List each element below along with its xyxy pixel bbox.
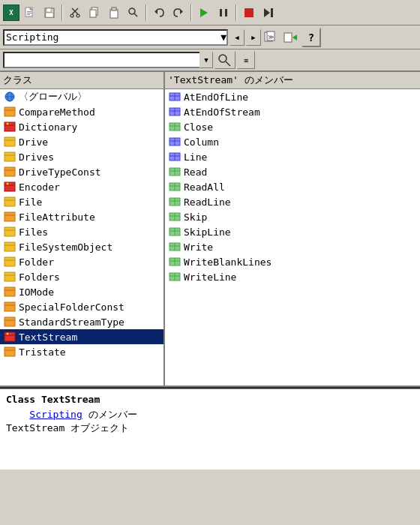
right-list-item[interactable]: Column bbox=[165, 134, 420, 149]
left-list-item[interactable]: StandardStreamType bbox=[0, 314, 164, 329]
paste-icon[interactable] bbox=[105, 4, 123, 22]
right-list-item[interactable]: AtEndOfLine bbox=[165, 89, 420, 104]
left-list-item-label: Drives bbox=[19, 152, 54, 163]
left-list-item-label: 〈グローバル〉 bbox=[19, 90, 87, 104]
class-yellow-icon bbox=[3, 241, 16, 253]
left-list-item[interactable]: TextStream bbox=[0, 329, 164, 344]
cut-icon[interactable] bbox=[66, 4, 84, 22]
left-list-item[interactable]: FileSystemObject bbox=[0, 239, 164, 254]
search-filter-btn[interactable]: ≡ bbox=[237, 51, 255, 69]
class-yellow-icon bbox=[3, 136, 16, 148]
search-go-btn[interactable] bbox=[214, 51, 236, 69]
svg-point-40 bbox=[7, 123, 9, 125]
right-list-item[interactable]: AtEndOfStream bbox=[165, 104, 420, 119]
scripting-dropdown[interactable]: Scripting bbox=[3, 29, 228, 46]
content-area: クラス 〈グローバル〉CompareMethodDictionaryDriveD… bbox=[0, 72, 420, 387]
left-list-item[interactable]: File bbox=[0, 194, 164, 209]
right-list-item[interactable]: WriteLine bbox=[165, 269, 420, 284]
desc-line2: Scripting のメンバー bbox=[6, 408, 414, 422]
add-to-btn[interactable] bbox=[282, 28, 300, 46]
left-list-item[interactable]: 〈グローバル〉 bbox=[0, 89, 164, 104]
left-list-item[interactable]: FileAttribute bbox=[0, 209, 164, 224]
right-list-item-label: Column bbox=[184, 136, 219, 148]
left-list-item[interactable]: Drives bbox=[0, 149, 164, 164]
class-red-icon bbox=[3, 331, 16, 343]
right-list-item[interactable]: ReadLine bbox=[165, 194, 420, 209]
class-title: Class TextStream bbox=[6, 394, 414, 405]
svg-line-32 bbox=[226, 62, 230, 66]
right-list-item[interactable]: Line bbox=[165, 149, 420, 164]
left-list-item[interactable]: Tristate bbox=[0, 344, 164, 359]
right-list-item[interactable]: SkipLine bbox=[165, 224, 420, 239]
svg-point-31 bbox=[219, 55, 226, 62]
right-list-item[interactable]: Skip bbox=[165, 209, 420, 224]
copy-to-btn[interactable]: ≫ bbox=[262, 28, 280, 46]
copy-icon[interactable] bbox=[86, 4, 104, 22]
left-list-item[interactable]: Dictionary bbox=[0, 119, 164, 134]
right-list-item-label: Close bbox=[184, 122, 213, 133]
left-list-item[interactable]: Encoder bbox=[0, 179, 164, 194]
file-icon[interactable] bbox=[21, 4, 39, 22]
class-icon bbox=[3, 346, 16, 358]
member-prop-icon bbox=[168, 91, 182, 103]
left-list-item[interactable]: CompareMethod bbox=[0, 104, 164, 119]
prev-btn[interactable]: ◀ bbox=[230, 29, 244, 46]
run-icon[interactable] bbox=[195, 4, 213, 22]
svg-rect-3 bbox=[27, 13, 32, 14]
class-yellow-icon bbox=[3, 196, 16, 208]
member-prop-icon bbox=[168, 151, 182, 163]
help-btn[interactable]: ? bbox=[302, 28, 321, 47]
svg-rect-23 bbox=[244, 8, 254, 17]
left-list-item-label: Folders bbox=[19, 272, 60, 283]
left-list-item-label: Files bbox=[19, 226, 48, 238]
right-list-item-label: Line bbox=[184, 152, 207, 163]
scripting-link[interactable]: Scripting bbox=[29, 409, 82, 420]
stop-icon[interactable] bbox=[240, 4, 258, 22]
redo-icon[interactable] bbox=[170, 4, 188, 22]
left-list-item-label: Encoder bbox=[19, 182, 60, 193]
class-label: Class bbox=[6, 394, 35, 405]
right-list-item-label: Write bbox=[184, 242, 213, 253]
svg-rect-58 bbox=[4, 257, 15, 266]
left-list-item[interactable]: IOMode bbox=[0, 284, 164, 299]
right-list-item[interactable]: Read bbox=[165, 164, 420, 179]
svg-rect-45 bbox=[4, 167, 15, 176]
left-list-item-label: CompareMethod bbox=[19, 106, 95, 118]
class-icon bbox=[3, 166, 16, 178]
save-icon[interactable] bbox=[40, 4, 58, 22]
search-dropdown-btn[interactable]: ▼ bbox=[200, 52, 213, 68]
member-method-green-icon bbox=[168, 241, 182, 253]
right-list-item[interactable]: ReadAll bbox=[165, 179, 420, 194]
left-list-item[interactable]: Folders bbox=[0, 269, 164, 284]
undo-icon[interactable] bbox=[150, 4, 168, 22]
next-btn[interactable]: ▶ bbox=[246, 29, 261, 46]
left-panel-header: クラス bbox=[0, 72, 164, 89]
svg-rect-66 bbox=[4, 317, 15, 326]
left-list-item[interactable]: DriveTypeConst bbox=[0, 164, 164, 179]
left-list-item[interactable]: SpecialFolderConst bbox=[0, 299, 164, 314]
right-list-item[interactable]: Close bbox=[165, 119, 420, 134]
left-list-item-label: File bbox=[19, 196, 42, 208]
left-list-item-label: Dictionary bbox=[19, 122, 77, 133]
left-list-item[interactable]: Folder bbox=[0, 254, 164, 269]
right-list-item-label: SkipLine bbox=[184, 226, 231, 238]
desc-line2-suffix: のメンバー bbox=[82, 409, 137, 420]
right-list-item-label: ReadAll bbox=[184, 182, 225, 193]
svg-point-16 bbox=[129, 8, 135, 14]
left-list-item[interactable]: Drive bbox=[0, 134, 164, 149]
right-list-item[interactable]: Write bbox=[165, 239, 420, 254]
left-list-item[interactable]: Files bbox=[0, 224, 164, 239]
step-icon[interactable] bbox=[260, 4, 278, 22]
left-list-item-label: Tristate bbox=[19, 346, 66, 358]
class-yellow-icon bbox=[3, 271, 16, 283]
right-list-item[interactable]: WriteBlankLines bbox=[165, 254, 420, 269]
globe-icon bbox=[3, 91, 16, 103]
find-icon[interactable] bbox=[124, 4, 142, 22]
class-icon bbox=[3, 286, 16, 298]
search-input[interactable] bbox=[3, 52, 213, 68]
svg-rect-56 bbox=[4, 242, 15, 251]
pause-icon[interactable] bbox=[214, 4, 232, 22]
sep2 bbox=[146, 4, 147, 21]
excel-icon[interactable]: X bbox=[3, 4, 20, 21]
svg-rect-43 bbox=[4, 152, 15, 161]
